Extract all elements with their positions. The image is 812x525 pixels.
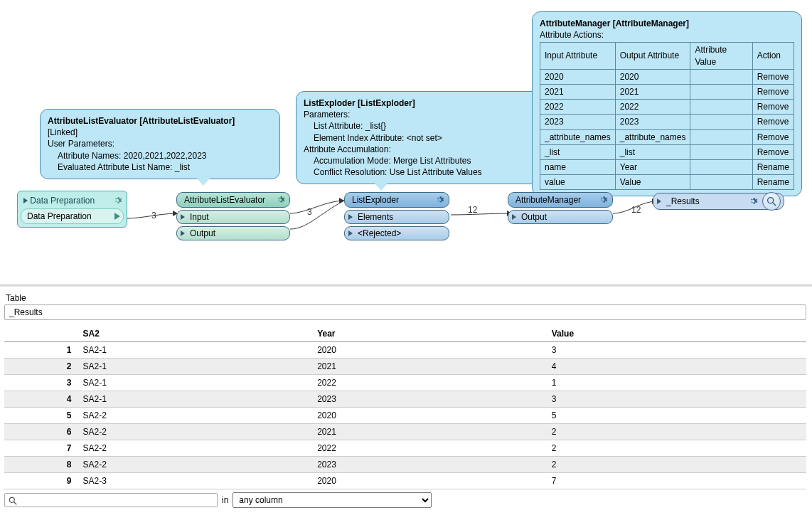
gear-icon[interactable] [275,195,285,205]
chevron-right-icon [348,228,353,238]
data-inspector-pane: Table _Results SA2YearValue 1SA2-1202032… [0,287,812,512]
gear-icon[interactable] [434,195,444,205]
svg-marker-4 [114,213,120,220]
chevron-right-icon [181,228,185,238]
tooltip-ale: AttributeListEvaluator [AttributeListEva… [40,109,280,179]
tooltip-listexploder: ListExploder [ListExploder] Parameters: … [296,91,545,184]
svg-line-8 [14,502,17,505]
table-column-header[interactable]: Year [311,326,546,342]
search-column-select[interactable]: any column [233,492,432,508]
search-in-label: in [222,495,228,505]
table-row[interactable]: 5SA2-220205 [4,408,806,424]
gear-icon[interactable] [598,195,608,205]
transformer-title[interactable]: AttributeListEvaluator [176,192,290,208]
gear-icon[interactable] [748,196,758,206]
gear-icon[interactable] [112,196,122,206]
tooltip-attr-table: Input AttributeOutput AttributeAttribute… [540,42,794,190]
chevron-right-icon [348,212,353,222]
table-row[interactable]: 8SA2-220232 [4,457,806,473]
search-input[interactable] [4,493,218,507]
svg-point-5 [768,198,774,203]
table-row[interactable]: 6SA2-220212 [4,424,806,440]
svg-marker-1 [339,198,344,203]
link-count-2: 3 [307,207,312,217]
bookmark-data-preparation[interactable]: Data Preparation Data Preparation [17,191,127,228]
table-row[interactable]: 3SA2-120221 [4,375,806,391]
transformer-attributemanager[interactable]: AttributeManager Output [508,192,613,224]
transformer-listexploder[interactable]: ListExploder Elements <Rejected> [344,192,449,240]
port-output[interactable]: Output [508,210,613,224]
expand-icon [23,198,28,203]
table-row[interactable]: 2SA2-120214 [4,359,806,375]
feature-cache-results[interactable]: _Results [653,193,784,210]
port-output[interactable]: Output [176,226,290,240]
tooltip-attributemanager: AttributeManager [AttributeManager] Attr… [532,11,802,196]
table-label: Table [6,293,808,303]
table-row[interactable]: 1SA2-120203 [4,342,806,359]
link-count-3: 12 [468,205,477,215]
inspect-icon[interactable] [762,192,781,211]
chevron-right-icon [114,212,120,222]
chevron-right-icon [181,212,185,222]
table-column-header[interactable]: SA2 [78,326,312,342]
workflow-canvas[interactable]: 3 3 12 12 Data Preparation Data Preparat… [0,0,812,285]
transformer-title[interactable]: ListExploder [344,192,449,208]
search-icon [8,496,18,506]
svg-point-7 [9,497,14,502]
table-row[interactable]: 7SA2-220222 [4,440,806,457]
table-row[interactable]: 9SA2-320207 [4,473,806,489]
results-table[interactable]: SA2YearValue 1SA2-1202032SA2-1202143SA2-… [4,326,806,489]
svg-line-6 [773,203,776,206]
link-count-4: 12 [631,205,641,215]
bookmark-output-port[interactable]: Data Preparation [21,208,124,224]
bookmark-title: Data Preparation [30,196,95,206]
transformer-attributelistevaluator[interactable]: AttributeListEvaluator Input Output [176,192,290,240]
table-row[interactable]: 4SA2-120233 [4,391,806,408]
chevron-right-icon [657,198,661,204]
port-elements[interactable]: Elements [344,210,449,224]
dataset-selector[interactable]: _Results [4,304,806,320]
port-rejected[interactable]: <Rejected> [344,226,449,240]
link-count-1: 3 [151,211,156,221]
port-input[interactable]: Input [176,210,290,224]
chevron-right-icon [512,212,516,222]
table-column-header[interactable]: Value [546,326,806,342]
transformer-title[interactable]: AttributeManager [508,192,613,208]
